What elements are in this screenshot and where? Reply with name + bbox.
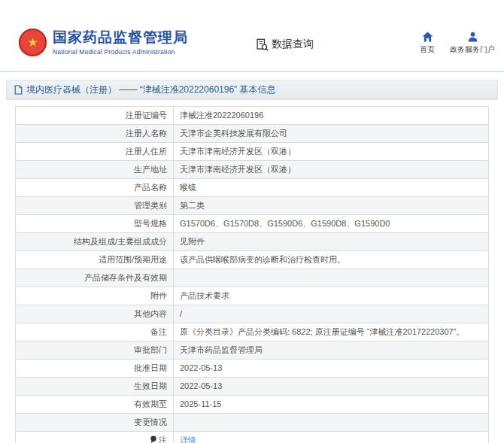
table-row: 注册人名称天津市企美科技发展有限公司 (16, 125, 489, 143)
row-label: 适用范围/预期用途 (16, 251, 174, 269)
row-value: 天津市津南经济开发区（双港） (174, 143, 489, 161)
table-row: 注详情 (16, 432, 489, 443)
table-row: 变更情况 (16, 414, 489, 432)
person-icon (467, 32, 478, 42)
row-value (174, 269, 489, 287)
row-value: 产品技术要求 (174, 287, 489, 305)
row-value: 见附件 (174, 233, 489, 251)
row-label: 审批部门 (16, 341, 174, 360)
site-subtitle: National Medical Products Administration (53, 48, 188, 56)
row-value: 原《分类目录》产品分类编码: 6822; 原注册证编号 “津械注准2017222… (174, 323, 489, 341)
row-value: 天津市津南经济开发区（双港） (174, 161, 489, 179)
row-label: 注 (16, 432, 174, 443)
data-query-nav[interactable]: 数据查询 (256, 38, 314, 51)
row-value: 津械注准20222060196 (174, 107, 489, 125)
row-value: G1570D6、G1570D8、G1590D6、G1590D8、G1590D0 (174, 215, 489, 233)
page-title: 境内医疗器械（注册） —— “津械注准20222060196” 基本信息 (26, 83, 275, 96)
row-value: 2022-05-13 (174, 378, 489, 396)
table-row: 结构及组成/主要组成成分见附件 (16, 233, 489, 251)
table-row: 管理类别第二类 (16, 197, 489, 215)
row-label: 型号规格 (16, 215, 174, 233)
row-label: 结构及组成/主要组成成分 (16, 233, 174, 251)
row-value: 第二类 (174, 197, 489, 215)
row-value: 喉镜 (174, 179, 489, 197)
table-row: 注册证编号津械注准20222060196 (16, 107, 489, 125)
note-balloon-icon (150, 435, 157, 443)
details-link[interactable]: 详情 (180, 435, 196, 443)
document-icon (14, 85, 23, 95)
row-label: 备注 (16, 323, 174, 341)
row-label: 其他内容 (16, 305, 174, 323)
home-icon (422, 32, 433, 42)
row-value: 天津市企美科技发展有限公司 (174, 125, 489, 143)
row-label: 注册人名称 (16, 125, 174, 143)
table-row: 审批部门天津市药品监督管理局 (16, 341, 489, 360)
row-label: 注册证编号 (16, 107, 174, 125)
row-value (174, 414, 489, 432)
row-value: / (174, 305, 489, 323)
row-value: 该产品供咽喉部病变的诊断和治疗检查时用。 (174, 251, 489, 269)
table-row: 有效期至2025-11-15 (16, 396, 489, 414)
row-label: 有效期至 (16, 396, 174, 414)
table-row: 适用范围/预期用途该产品供咽喉部病变的诊断和治疗检查时用。 (16, 251, 489, 269)
row-label: 附件 (16, 287, 174, 305)
site-header: ★ 国家药品监督管理局 National Medical Products Ad… (0, 0, 504, 72)
table-row: 型号规格G1570D6、G1570D8、G1590D6、G1590D8、G159… (16, 215, 489, 233)
nav-portal-label: 政务服务门户 (450, 44, 495, 55)
table-row: 批准日期2022-05-13 (16, 360, 489, 378)
table-row: 产品名称喉镜 (16, 179, 489, 197)
row-label: 生效日期 (16, 378, 174, 396)
row-label: 产品储存条件及有效期 (16, 269, 174, 287)
nav-portal[interactable]: 政务服务门户 (450, 32, 495, 55)
site-title: 国家药品监督管理局 (53, 30, 188, 46)
document-search-icon (256, 38, 269, 51)
row-label: 管理类别 (16, 197, 174, 215)
row-label: 注册人住所 (16, 143, 174, 161)
row-value: 详情 (174, 432, 489, 443)
star-emblem-icon: ★ (27, 36, 38, 49)
info-table: 注册证编号津械注准20222060196注册人名称天津市企美科技发展有限公司注册… (15, 106, 489, 443)
row-label: 生产地址 (16, 161, 174, 179)
row-label: 批准日期 (16, 360, 174, 378)
row-label: 变更情况 (16, 414, 174, 432)
data-query-label: 数据查询 (272, 38, 314, 51)
nav-home[interactable]: 首页 (420, 32, 435, 55)
brand: 国家药品监督管理局 National Medical Products Admi… (53, 30, 188, 56)
nav-home-label: 首页 (420, 44, 435, 55)
table-row: 其他内容/ (16, 305, 489, 323)
top-nav: 首页 政务服务门户 (420, 32, 495, 55)
table-row: 产品储存条件及有效期 (16, 269, 489, 287)
row-value: 2025-11-15 (174, 396, 489, 414)
table-row: 备注原《分类目录》产品分类编码: 6822; 原注册证编号 “津械注准20172… (16, 323, 489, 341)
row-value: 2022-05-13 (174, 360, 489, 378)
info-table-body: 注册证编号津械注准20222060196注册人名称天津市企美科技发展有限公司注册… (16, 107, 489, 443)
row-label: 产品名称 (16, 179, 174, 197)
table-row: 注册人住所天津市津南经济开发区（双港） (16, 143, 489, 161)
table-row: 生效日期2022-05-13 (16, 378, 489, 396)
row-value: 天津市药品监督管理局 (174, 341, 489, 360)
breadcrumb: 境内医疗器械（注册） —— “津械注准20222060196” 基本信息 (6, 80, 498, 100)
nmpa-emblem-logo-icon: ★ (19, 29, 47, 56)
table-row: 生产地址天津市津南经济开发区（双港） (16, 161, 489, 179)
table-row: 附件产品技术要求 (16, 287, 489, 305)
